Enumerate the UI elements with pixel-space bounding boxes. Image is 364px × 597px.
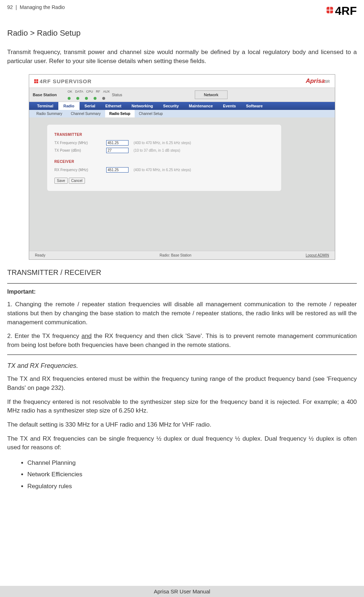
list-item: Network Efficiencies xyxy=(27,469,357,480)
logout-link[interactable]: Logout ADMIN xyxy=(306,253,329,257)
tx-rx-frequencies-heading: TX and RX Frequencies. xyxy=(7,362,357,370)
important-label: Important: xyxy=(7,289,357,295)
radio-setup-panel: TRANSMITTER TX Frequency (MHz) (400 to 4… xyxy=(47,125,281,191)
list-item: Channel Planning xyxy=(27,457,357,469)
rx-freq-label: RX Frequency (MHz) xyxy=(54,168,101,172)
main-nav: Terminal Radio Serial Ethernet Networkin… xyxy=(29,102,335,110)
subnav-channel-summary[interactable]: Channel Summary xyxy=(67,110,105,117)
status-radio: Radio: Base Station xyxy=(159,253,191,257)
page-footer: Aprisa SR User Manual xyxy=(0,586,364,597)
status-label: Status xyxy=(112,93,122,97)
save-button[interactable]: Save xyxy=(54,178,68,184)
transmitter-heading: TRANSMITTER xyxy=(54,133,274,137)
led-aux-icon xyxy=(102,97,105,100)
led-label-cpu: CPU xyxy=(86,90,93,93)
tx-freq-label: TX Frequency (MHz) xyxy=(54,141,101,145)
reasons-list: Channel Planning Network Efficiencies Re… xyxy=(7,457,357,492)
led-label-aux: AUX xyxy=(103,90,110,93)
nav-software[interactable]: Software xyxy=(241,102,268,110)
led-ok-icon xyxy=(68,97,71,100)
page-header: 92 | Managing the Radio xyxy=(7,4,65,10)
supervisor-logo: 4RF SUPERVISOR xyxy=(34,78,92,84)
chapter-name: Managing the Radio xyxy=(20,4,65,10)
body-para-3: The default setting is 330 MHz for a UHF… xyxy=(7,420,357,429)
led-label-rf: RF xyxy=(96,90,100,93)
screenshot-panel: 4RF SUPERVISOR AprisaSR Base Station OK … xyxy=(29,74,335,260)
nav-ethernet[interactable]: Ethernet xyxy=(100,102,127,110)
page-number: 92 xyxy=(7,4,13,10)
logo-4rf: 4RF xyxy=(327,4,357,18)
sub-nav: Radio Summary Channel Summary Radio Setu… xyxy=(29,110,335,117)
important-note-1: 1. Changing the remote / repeater statio… xyxy=(7,300,357,327)
logo-squares-icon xyxy=(34,79,38,83)
tx-freq-input[interactable] xyxy=(106,140,129,146)
nav-networking[interactable]: Networking xyxy=(126,102,158,110)
aprisa-logo: AprisaSR xyxy=(306,77,330,85)
subnav-radio-setup[interactable]: Radio Setup xyxy=(105,110,135,117)
led-data-icon xyxy=(76,97,79,100)
nav-terminal[interactable]: Terminal xyxy=(32,102,58,110)
subnav-channel-setup[interactable]: Channel Setup xyxy=(135,110,167,117)
cancel-button[interactable]: Cancel xyxy=(69,178,85,184)
body-para-1: The TX and RX frequencies entered must b… xyxy=(7,375,357,392)
important-note-2: 2. Enter the TX frequency and the RX fre… xyxy=(7,332,357,349)
logo-squares-icon xyxy=(327,7,333,13)
rx-freq-hint: (400 to 470 MHz, in 6.25 kHz steps) xyxy=(134,168,191,172)
network-button[interactable]: Network xyxy=(195,90,227,99)
nav-radio[interactable]: Radio xyxy=(58,102,80,110)
tx-power-input[interactable] xyxy=(106,148,129,153)
rx-freq-input[interactable] xyxy=(106,167,129,173)
list-item: Regulatory rules xyxy=(27,481,357,492)
nav-security[interactable]: Security xyxy=(158,102,184,110)
receiver-heading: RECEIVER xyxy=(54,160,274,164)
led-rf-icon xyxy=(94,97,96,100)
nav-serial[interactable]: Serial xyxy=(80,102,100,110)
tx-freq-hint: (400 to 470 MHz, in 6.25 kHz steps) xyxy=(134,141,191,145)
transmitter-receiver-heading: TRANSMITTER / RECEIVER xyxy=(7,268,357,277)
body-para-4: The TX and RX frequencies can be single … xyxy=(7,435,357,452)
tx-power-hint: (10 to 37 dBm, in 1 dB steps) xyxy=(134,148,180,152)
nav-maintenance[interactable]: Maintenance xyxy=(184,102,218,110)
body-para-2: If the frequency entered is not resolvab… xyxy=(7,398,357,415)
nav-events[interactable]: Events xyxy=(218,102,241,110)
intro-paragraph: Transmit frequency, transmit power and c… xyxy=(7,48,357,66)
page-title: Radio > Radio Setup xyxy=(7,28,357,38)
base-station-label: Base Station xyxy=(33,93,57,97)
led-cpu-icon xyxy=(85,97,88,100)
status-ready: Ready xyxy=(35,253,45,257)
led-label-ok: OK xyxy=(68,90,72,93)
tx-power-label: TX Power (dBm) xyxy=(54,148,101,152)
subnav-radio-summary[interactable]: Radio Summary xyxy=(32,110,67,117)
led-label-data: DATA xyxy=(75,90,84,93)
